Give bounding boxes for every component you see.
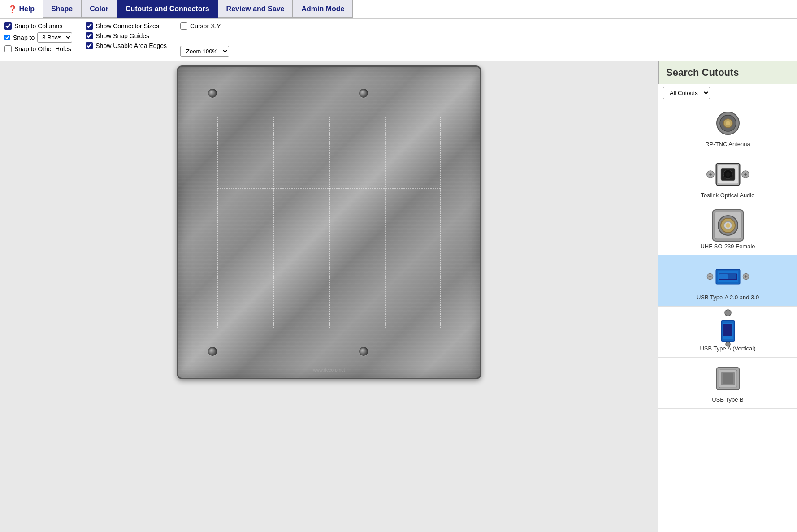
show-snap-guides-row[interactable]: Show Snap Guides — [86, 32, 167, 39]
svg-rect-36 — [723, 324, 732, 336]
snap-rows-select[interactable]: 3 Rows 1 Row 2 Rows 4 Rows 5 Rows — [37, 32, 72, 43]
snap-rows-checkbox[interactable] — [4, 35, 10, 40]
mounting-hole-br — [359, 347, 368, 356]
show-connector-sizes-row[interactable]: Show Connector Sizes — [86, 22, 167, 30]
cutout-item-usb-vertical[interactable]: USB Type A (Vertical) — [658, 307, 797, 358]
cursor-zoom-col: Cursor X,Y Zoom 100% Zoom 50% Zoom 75% Z… — [180, 22, 229, 57]
usb-b-icon — [710, 365, 746, 392]
usb-b-label: USB Type B — [712, 396, 744, 403]
nav-item-admin[interactable]: Admin Mode — [293, 0, 353, 18]
snap-columns-checkbox[interactable] — [4, 22, 12, 30]
help-icon: ❓ — [8, 5, 17, 13]
mounting-hole-tl — [208, 89, 217, 98]
usb-typeA-label: USB Type-A 2.0 and 3.0 — [697, 294, 759, 301]
svg-point-20 — [726, 223, 730, 228]
usb-vertical-thumb — [706, 312, 750, 343]
snap-grid-v2 — [329, 117, 330, 328]
snap-options-col: Snap to Columns Snap to 3 Rows 1 Row 2 R… — [4, 22, 72, 52]
mounting-hole-tr — [359, 89, 368, 98]
nav-item-cutouts[interactable]: Cutouts and Connectors — [117, 0, 218, 18]
uhf-label: UHF SO-239 Female — [700, 243, 755, 250]
show-connector-sizes-checkbox[interactable] — [86, 22, 93, 30]
show-usable-area-row[interactable]: Show Usable Area Edges — [86, 42, 167, 49]
all-cutouts-select[interactable]: All Cutouts — [663, 87, 710, 99]
snap-other-holes-checkbox[interactable] — [4, 45, 12, 52]
snap-columns-row[interactable]: Snap to Columns — [4, 22, 72, 30]
rp-tnc-label: RP-TNC Antenna — [705, 141, 750, 147]
all-cutouts-bar: All Cutouts — [658, 84, 797, 102]
show-snap-guides-checkbox[interactable] — [86, 32, 93, 39]
toslink-thumb — [706, 159, 750, 190]
snap-grid-v3 — [385, 117, 386, 328]
zoom-select[interactable]: Zoom 100% Zoom 50% Zoom 75% Zoom 125% Zo… — [180, 46, 229, 57]
rp-tnc-icon — [715, 110, 741, 137]
snap-grid-v1 — [273, 117, 274, 328]
cutout-item-rp-tnc[interactable]: RP-TNC Antenna — [658, 102, 797, 153]
svg-rect-30 — [719, 274, 727, 279]
usb-b-thumb — [706, 363, 750, 394]
cursor-xy-row[interactable]: Cursor X,Y — [180, 22, 229, 30]
nav-item-shape[interactable]: Shape — [43, 0, 81, 18]
cursor-xy-checkbox[interactable] — [180, 22, 187, 30]
show-usable-area-checkbox[interactable] — [86, 42, 93, 49]
uhf-thumb — [706, 210, 750, 241]
toslink-label: Toslink Optical Audio — [701, 192, 755, 199]
svg-point-14 — [725, 172, 730, 177]
snap-grid-outline — [217, 117, 441, 328]
usb-typeA-icon — [706, 264, 750, 289]
show-options-col: Show Connector Sizes Show Snap Guides Sh… — [86, 22, 167, 49]
nav-bar: ❓ ❓ HelpHelp Shape Color Cutouts and Con… — [0, 0, 797, 19]
main-layout: www.decorp.net Search Cutouts All Cutout… — [0, 61, 797, 532]
svg-point-3 — [726, 121, 730, 125]
snap-grid-h2 — [217, 260, 441, 260]
usb-vertical-label: USB Type A (Vertical) — [700, 345, 755, 352]
toolbar: Snap to Columns Snap to 3 Rows 1 Row 2 R… — [0, 19, 797, 61]
nav-item-review[interactable]: Review and Save — [218, 0, 293, 18]
plate-watermark: www.decorp.net — [313, 368, 345, 372]
sidebar: Search Cutouts All Cutouts RP-TNC Antenn… — [658, 61, 797, 532]
cutout-item-toslink[interactable]: Toslink Optical Audio — [658, 153, 797, 204]
search-cutouts-header: Search Cutouts — [658, 61, 797, 84]
svg-rect-31 — [728, 274, 736, 279]
svg-rect-41 — [723, 373, 733, 384]
canvas-area[interactable]: www.decorp.net — [0, 61, 658, 532]
nav-item-help[interactable]: ❓ ❓ HelpHelp — [0, 0, 43, 18]
nav-item-color[interactable]: Color — [81, 0, 117, 18]
cutout-item-uhf[interactable]: UHF SO-239 Female — [658, 204, 797, 255]
usb-vertical-icon — [715, 307, 741, 348]
toslink-icon — [706, 159, 750, 190]
snap-grid-h1 — [217, 188, 441, 189]
snap-other-holes-row[interactable]: Snap to Other Holes — [4, 45, 72, 52]
svg-point-32 — [725, 310, 731, 316]
cutout-item-usb-b[interactable]: USB Type B — [658, 358, 797, 409]
zoom-row: Zoom 100% Zoom 50% Zoom 75% Zoom 125% Zo… — [180, 45, 229, 57]
cutout-item-usb-typeA[interactable]: USB Type-A 2.0 and 3.0 — [658, 255, 797, 307]
mounting-hole-bl — [208, 347, 217, 356]
uhf-icon — [710, 208, 746, 243]
rp-tnc-thumb — [706, 108, 750, 139]
snap-rows-row: Snap to 3 Rows 1 Row 2 Rows 4 Rows 5 Row… — [4, 32, 72, 43]
cutout-list: RP-TNC Antenna — [658, 102, 797, 532]
plate-container[interactable]: www.decorp.net — [177, 65, 481, 379]
faceplate[interactable]: www.decorp.net — [177, 65, 481, 379]
usb-typeA-thumb — [706, 261, 750, 292]
